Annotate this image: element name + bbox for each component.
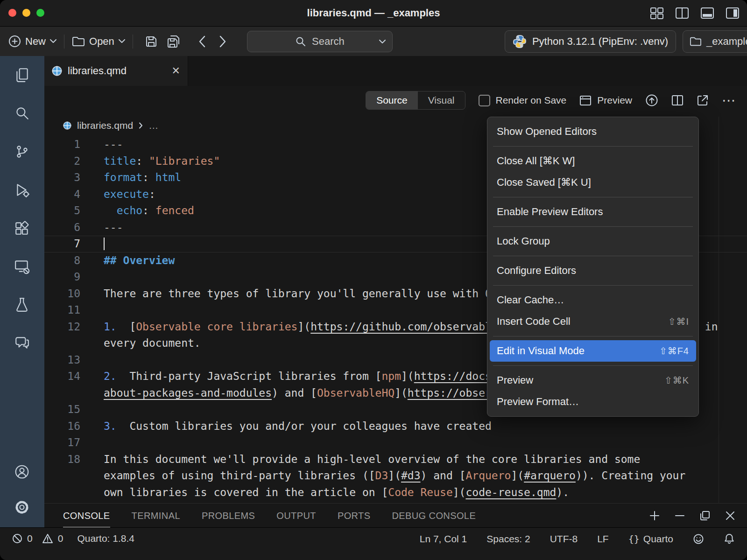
line-number: 4 <box>44 186 80 203</box>
code-line[interactable]: 18In this document we'll provide a high-… <box>44 451 747 468</box>
toolbar-divider <box>133 35 133 49</box>
source-mode-button[interactable]: Source <box>366 91 418 109</box>
panel-tab-problems[interactable]: PROBLEMS <box>202 504 255 528</box>
tab-strip: libraries.qmd ✕ <box>44 56 747 86</box>
layout-grid-icon[interactable] <box>650 7 664 20</box>
render-on-save-checkbox[interactable] <box>479 95 490 106</box>
menu-item-close-saved-k-u[interactable]: Close Saved [⌘K U] <box>490 172 696 193</box>
menu-item-label: Close Saved [⌘K U] <box>497 176 591 189</box>
menu-item-label: Enable Preview Editors <box>497 206 603 218</box>
app-window: libraries.qmd — _examples New Open <box>0 0 747 560</box>
menu-item-configure-editors[interactable]: Configure Editors <box>490 260 696 281</box>
panel-tab-output[interactable]: OUTPUT <box>276 504 316 528</box>
status-encoding[interactable]: UTF-8 <box>550 533 578 545</box>
status-indentation[interactable]: Spaces: 2 <box>486 533 530 545</box>
menu-item-clear-cache[interactable]: Clear Cache… <box>490 289 696 311</box>
comments-icon[interactable] <box>14 335 31 352</box>
tab-libraries-qmd[interactable]: libraries.qmd ✕ <box>44 56 188 86</box>
panel-bottom-icon[interactable] <box>700 7 714 19</box>
line-number: 11 <box>44 302 80 319</box>
breadcrumb-file[interactable]: libraries.qmd <box>77 120 133 131</box>
save-all-icon[interactable] <box>167 35 181 48</box>
feedback-smiley-icon[interactable] <box>693 533 704 545</box>
line-content: 3. Custom libraries you and/or your coll… <box>104 418 492 435</box>
panel-right-icon[interactable] <box>726 7 740 19</box>
menu-item-insert-code-cell[interactable]: Insert Code Cell⇧⌘I <box>490 311 696 332</box>
menu-item-shortcut: ⇧⌘K <box>664 375 689 386</box>
line-number: 1 <box>44 136 80 153</box>
open-external-icon[interactable] <box>697 94 709 106</box>
line-content: ## Overview <box>104 252 175 269</box>
panel-tab-ports[interactable]: PORTS <box>338 504 371 528</box>
menu-item-label: Preview <box>497 374 533 386</box>
workspace-folder-button[interactable]: _examples <box>683 30 747 53</box>
visual-mode-button[interactable]: Visual <box>418 91 465 109</box>
code-line[interactable]: 163. Custom libraries you and/or your co… <box>44 418 747 435</box>
line-number: 3 <box>44 169 80 186</box>
code-line[interactable]: examples of using third-party libraries … <box>44 468 747 484</box>
menu-item-close-all-k-w[interactable]: Close All [⌘K W] <box>490 150 696 172</box>
line-number <box>44 468 80 484</box>
panel-tab-debug-console[interactable]: DEBUG CONSOLE <box>392 504 476 528</box>
back-icon[interactable] <box>198 35 206 48</box>
more-actions-icon[interactable]: ⋯ <box>722 98 737 103</box>
menu-item-enable-preview-editors[interactable]: Enable Preview Editors <box>490 201 696 223</box>
preview-button[interactable]: Preview <box>579 95 632 106</box>
panel-tab-console[interactable]: CONSOLE <box>63 504 110 528</box>
status-eol[interactable]: LF <box>597 533 609 545</box>
menu-item-label: Close All [⌘K W] <box>497 155 575 167</box>
panel-close-icon[interactable] <box>725 510 736 521</box>
panel-plus-icon[interactable] <box>649 510 660 521</box>
problems-indicator[interactable]: 0 0 <box>12 533 63 544</box>
save-icon[interactable] <box>145 35 157 48</box>
interpreter-selector[interactable]: Python 3.12.1 (PipEnv: .venv) <box>505 30 676 53</box>
run-debug-icon[interactable] <box>14 182 31 199</box>
breadcrumb-ellipsis[interactable]: … <box>148 120 158 131</box>
render-on-save-control[interactable]: Render on Save <box>479 95 567 106</box>
menu-item-label: Edit in Visual Mode <box>497 345 585 357</box>
line-number: 17 <box>44 434 80 451</box>
open-button[interactable]: Open <box>72 35 125 48</box>
line-number: 2 <box>44 153 80 170</box>
extensions-icon[interactable] <box>14 220 31 237</box>
workspace-folder-label: _examples <box>706 35 747 48</box>
menu-separator <box>493 285 693 286</box>
testing-beaker-icon[interactable] <box>14 297 31 314</box>
settings-gear-icon[interactable] <box>14 499 31 516</box>
status-line-col[interactable]: Ln 7, Col 1 <box>420 533 467 545</box>
render-up-icon[interactable] <box>645 94 658 107</box>
source-control-icon[interactable] <box>14 144 31 161</box>
menu-item-preview[interactable]: Preview⇧⌘K <box>490 370 696 391</box>
split-columns-icon[interactable] <box>675 7 689 19</box>
panel-restore-icon[interactable] <box>699 510 711 521</box>
search-input[interactable]: Search <box>247 31 393 52</box>
circle-plus-icon <box>8 35 21 48</box>
panel-minimize-icon[interactable] <box>674 510 685 521</box>
remote-explorer-icon[interactable] <box>14 259 31 275</box>
menu-item-show-opened-editors[interactable]: Show Opened Editors <box>490 121 696 142</box>
window-title: libraries.qmd — _examples <box>0 0 747 26</box>
line-content: --- <box>104 219 123 236</box>
tab-close-icon[interactable]: ✕ <box>172 65 180 77</box>
search-sidebar-icon[interactable] <box>14 105 31 122</box>
panel-tab-terminal[interactable]: TERMINAL <box>132 504 180 528</box>
explorer-icon[interactable] <box>14 67 31 84</box>
line-content: --- <box>104 136 123 153</box>
forward-icon[interactable] <box>219 35 226 48</box>
notifications-bell-icon[interactable] <box>724 533 735 545</box>
account-icon[interactable] <box>14 464 31 481</box>
status-language-mode[interactable]: {} Quarto <box>628 533 673 545</box>
code-line[interactable]: own libraries is covered in the article … <box>44 484 747 501</box>
menu-item-label: Show Opened Editors <box>497 126 597 138</box>
preview-label: Preview <box>597 95 632 106</box>
menu-separator <box>493 365 693 366</box>
split-editor-icon[interactable] <box>671 95 684 106</box>
new-button[interactable]: New <box>8 35 56 48</box>
code-line[interactable]: 17 <box>44 434 747 451</box>
line-number: 10 <box>44 286 80 302</box>
menu-item-edit-in-visual-mode[interactable]: Edit in Visual Mode⇧⌘F4 <box>490 340 696 362</box>
menu-item-preview-format[interactable]: Preview Format… <box>490 391 696 413</box>
menu-item-lock-group[interactable]: Lock Group <box>490 231 696 252</box>
status-quarto-version[interactable]: Quarto: 1.8.4 <box>77 533 134 544</box>
new-button-label: New <box>25 35 46 48</box>
